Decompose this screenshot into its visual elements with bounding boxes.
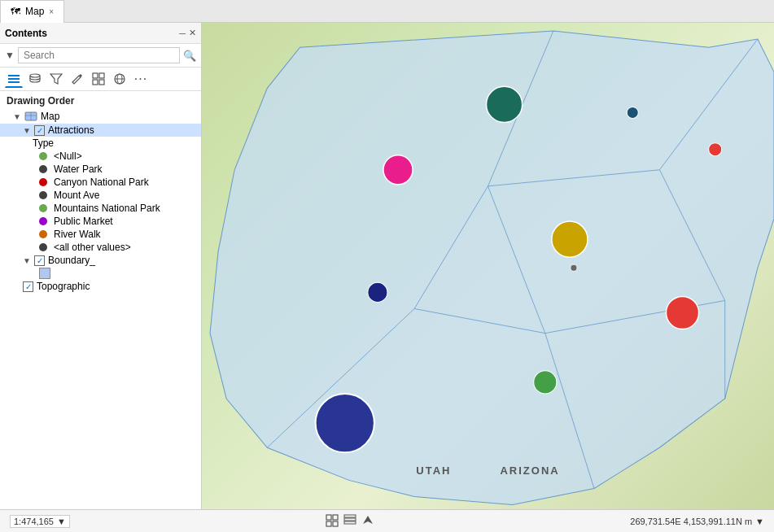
legend-mount-ave: Mount Ave bbox=[0, 189, 201, 202]
river-walk-dot bbox=[39, 230, 47, 238]
svg-point-37 bbox=[571, 264, 577, 271]
other-values-dot bbox=[39, 243, 47, 251]
grid-toolbar-btn[interactable] bbox=[90, 70, 107, 88]
river-walk-label: River Walk bbox=[54, 229, 101, 240]
canyon-label: Canyon National Park bbox=[54, 177, 149, 188]
map-svg-overlay bbox=[202, 23, 774, 509]
svg-rect-39 bbox=[333, 515, 338, 520]
map-label: Map bbox=[41, 111, 59, 122]
boundary-tree-item[interactable]: ▼ ✓ Boundary_ bbox=[0, 254, 201, 267]
map-icon: 🗺 bbox=[11, 6, 20, 17]
svg-rect-8 bbox=[99, 80, 104, 85]
svg-point-34 bbox=[666, 296, 698, 329]
svg-rect-5 bbox=[93, 73, 98, 78]
nav-grid-icon[interactable] bbox=[326, 514, 339, 529]
tab-label: Map bbox=[25, 6, 44, 17]
legend-other-values: <all other values> bbox=[0, 241, 201, 254]
null-label: <Null> bbox=[54, 150, 82, 162]
null-dot bbox=[39, 152, 47, 160]
svg-rect-44 bbox=[344, 521, 356, 524]
svg-rect-7 bbox=[93, 80, 98, 85]
pin-icon[interactable]: ─ bbox=[179, 28, 186, 38]
svg-rect-2 bbox=[8, 81, 20, 83]
map-tree-item[interactable]: ▼ Map bbox=[0, 109, 201, 124]
other-values-label: <all other values> bbox=[54, 242, 131, 253]
tree-content: ▼ Map ▼ ✓ Attractions Type <Null> bbox=[0, 109, 201, 509]
database-toolbar-btn[interactable] bbox=[26, 70, 44, 88]
mount-ave-label: Mount Ave bbox=[54, 190, 99, 201]
attractions-checkbox[interactable]: ✓ bbox=[34, 125, 45, 136]
contents-panel: Contents ─ ✕ ▼ 🔍 bbox=[0, 23, 202, 509]
status-bar: 1:474,165 ▼ 269,731.54E 4,153,991.11N m … bbox=[0, 509, 774, 532]
legend-water-park: Water Park bbox=[0, 163, 201, 176]
svg-point-32 bbox=[709, 143, 722, 156]
map-nav bbox=[326, 514, 374, 529]
coords-value: 269,731.54E 4,153,991.11N m bbox=[630, 517, 752, 526]
attractions-expand-arrow: ▼ bbox=[23, 126, 31, 135]
boundary-expand-arrow: ▼ bbox=[23, 256, 31, 265]
boundary-checkbox[interactable]: ✓ bbox=[34, 255, 45, 266]
svg-point-33 bbox=[627, 107, 638, 118]
nav-arrow-icon[interactable] bbox=[361, 514, 374, 529]
boundary-square bbox=[39, 268, 50, 279]
app-container: 🗺 Map × Contents ─ ✕ ▼ 🔍 bbox=[0, 0, 774, 532]
drawing-order-label: Drawing Order bbox=[0, 91, 201, 109]
scale-dropdown-arrow: ▼ bbox=[57, 517, 66, 526]
svg-rect-1 bbox=[8, 78, 20, 80]
legend-river-walk: River Walk bbox=[0, 228, 201, 241]
close-icon[interactable]: ✕ bbox=[189, 28, 196, 38]
legend-null: <Null> bbox=[0, 150, 201, 163]
panel-header: Contents ─ ✕ bbox=[0, 23, 201, 44]
svg-rect-0 bbox=[8, 75, 20, 76]
filter-icon: ▼ bbox=[5, 50, 15, 61]
svg-point-31 bbox=[368, 282, 387, 302]
svg-rect-38 bbox=[326, 515, 331, 520]
attractions-label: Attractions bbox=[48, 124, 94, 136]
public-market-dot bbox=[39, 217, 47, 225]
topographic-checkbox[interactable]: ✓ bbox=[23, 281, 33, 292]
svg-rect-41 bbox=[333, 521, 338, 526]
svg-point-29 bbox=[383, 155, 413, 185]
svg-rect-6 bbox=[99, 73, 104, 78]
canyon-dot bbox=[39, 178, 47, 186]
search-input[interactable] bbox=[18, 47, 180, 63]
panel-controls: ─ ✕ bbox=[179, 28, 196, 38]
type-label-item: Type bbox=[0, 137, 201, 150]
svg-point-3 bbox=[30, 74, 40, 77]
legend-public-market: Public Market bbox=[0, 215, 201, 228]
svg-marker-4 bbox=[50, 74, 62, 84]
more-toolbar-btn[interactable]: ··· bbox=[132, 70, 150, 88]
filter-toolbar-btn[interactable] bbox=[47, 70, 65, 88]
edit-toolbar-btn[interactable] bbox=[68, 70, 86, 88]
topographic-tree-item[interactable]: ✓ Topographic bbox=[0, 280, 201, 293]
mount-ave-dot bbox=[39, 191, 47, 199]
map-tab[interactable]: 🗺 Map × bbox=[0, 0, 64, 23]
legend-canyon: Canyon National Park bbox=[0, 176, 201, 189]
water-park-label: Water Park bbox=[54, 164, 103, 175]
mountains-park-dot bbox=[39, 204, 47, 212]
public-market-label: Public Market bbox=[54, 216, 113, 227]
nav-table-icon[interactable] bbox=[343, 514, 356, 529]
svg-point-28 bbox=[486, 86, 522, 122]
boundary-label: Boundary_ bbox=[48, 255, 95, 266]
tab-bar: 🗺 Map × bbox=[0, 0, 774, 23]
globe-toolbar-btn[interactable] bbox=[111, 70, 129, 88]
svg-rect-42 bbox=[344, 515, 356, 517]
main-layout: Contents ─ ✕ ▼ 🔍 bbox=[0, 23, 774, 509]
topographic-label: Topographic bbox=[37, 281, 90, 292]
search-bar: ▼ 🔍 bbox=[0, 44, 201, 68]
tab-close-button[interactable]: × bbox=[49, 7, 54, 16]
attractions-tree-item[interactable]: ▼ ✓ Attractions bbox=[0, 124, 201, 137]
svg-point-35 bbox=[534, 371, 557, 394]
map-layer-icon bbox=[24, 110, 37, 123]
search-button[interactable]: 🔍 bbox=[183, 50, 196, 62]
svg-rect-40 bbox=[326, 521, 331, 526]
svg-rect-43 bbox=[344, 518, 356, 521]
scale-selector[interactable]: 1:474,165 ▼ bbox=[10, 515, 70, 528]
type-label: Type bbox=[33, 137, 54, 149]
svg-point-30 bbox=[552, 221, 588, 257]
coords-display: 269,731.54E 4,153,991.11N m ▼ bbox=[630, 517, 764, 526]
coords-dropdown-arrow: ▼ bbox=[755, 517, 764, 526]
map-area[interactable]: UTAH ARIZONA bbox=[202, 23, 774, 509]
layers-toolbar-btn[interactable] bbox=[5, 70, 23, 88]
